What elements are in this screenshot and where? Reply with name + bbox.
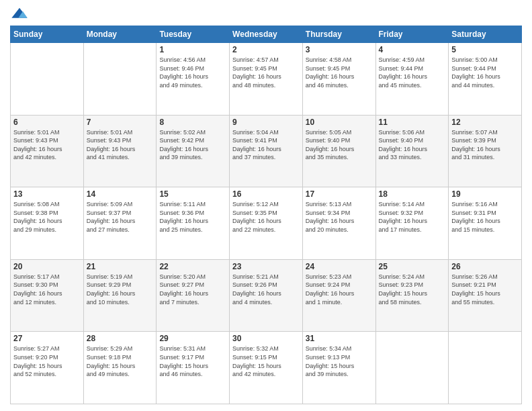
day-info: Sunrise: 5:02 AM Sunset: 9:42 PM Dayligh…: [159, 128, 226, 162]
day-info: Sunrise: 5:06 AM Sunset: 9:40 PM Dayligh…: [379, 128, 446, 162]
day-info: Sunrise: 5:17 AM Sunset: 9:30 PM Dayligh…: [13, 273, 81, 306]
calendar-week-3: 13Sunrise: 5:08 AM Sunset: 9:38 PM Dayli…: [11, 187, 522, 260]
calendar-cell: 11Sunrise: 5:06 AM Sunset: 9:40 PM Dayli…: [375, 115, 449, 187]
calendar-page: SundayMondayTuesdayWednesdayThursdayFrid…: [0, 0, 532, 411]
day-info: Sunrise: 5:32 AM Sunset: 9:15 PM Dayligh…: [232, 345, 300, 378]
day-number: 23: [232, 262, 300, 271]
logo-icon: [10, 7, 29, 20]
day-info: Sunrise: 5:12 AM Sunset: 9:35 PM Dayligh…: [232, 200, 300, 234]
calendar-cell: 3Sunrise: 4:58 AM Sunset: 9:45 PM Daylig…: [302, 43, 375, 116]
day-info: Sunrise: 5:09 AM Sunset: 9:37 PM Dayligh…: [87, 200, 154, 234]
day-info: Sunrise: 5:07 AM Sunset: 9:39 PM Dayligh…: [451, 128, 519, 162]
day-info: Sunrise: 4:58 AM Sunset: 9:45 PM Dayligh…: [306, 56, 373, 89]
day-number: 8: [159, 118, 226, 127]
weekday-header-thursday: Thursday: [302, 26, 375, 43]
day-info: Sunrise: 4:56 AM Sunset: 9:46 PM Dayligh…: [159, 56, 226, 89]
header: [10, 7, 522, 20]
day-info: Sunrise: 4:57 AM Sunset: 9:45 PM Dayligh…: [232, 56, 300, 89]
day-number: 27: [13, 334, 81, 343]
day-number: 22: [159, 262, 226, 271]
calendar-cell: 28Sunrise: 5:29 AM Sunset: 9:18 PM Dayli…: [83, 332, 157, 404]
day-info: Sunrise: 5:13 AM Sunset: 9:34 PM Dayligh…: [306, 200, 373, 234]
day-info: Sunrise: 5:20 AM Sunset: 9:27 PM Dayligh…: [159, 273, 226, 306]
weekday-header-row: SundayMondayTuesdayWednesdayThursdayFrid…: [11, 26, 522, 43]
day-number: 2: [232, 45, 300, 54]
day-number: 17: [306, 189, 373, 199]
calendar-week-5: 27Sunrise: 5:27 AM Sunset: 9:20 PM Dayli…: [11, 332, 522, 404]
calendar-cell: 21Sunrise: 5:19 AM Sunset: 9:29 PM Dayli…: [83, 259, 157, 332]
day-number: 1: [159, 45, 226, 54]
calendar-cell: 31Sunrise: 5:34 AM Sunset: 9:13 PM Dayli…: [302, 332, 375, 404]
day-info: Sunrise: 5:00 AM Sunset: 9:44 PM Dayligh…: [451, 56, 519, 89]
day-number: 4: [379, 45, 446, 54]
weekday-header-sunday: Sunday: [11, 26, 84, 43]
day-info: Sunrise: 4:59 AM Sunset: 9:44 PM Dayligh…: [379, 56, 446, 89]
calendar-cell: 29Sunrise: 5:31 AM Sunset: 9:17 PM Dayli…: [157, 332, 230, 404]
calendar-cell: 26Sunrise: 5:26 AM Sunset: 9:21 PM Dayli…: [449, 259, 522, 332]
calendar-cell: [375, 332, 449, 404]
calendar-cell: 19Sunrise: 5:16 AM Sunset: 9:31 PM Dayli…: [449, 187, 522, 260]
day-info: Sunrise: 5:26 AM Sunset: 9:21 PM Dayligh…: [451, 273, 519, 306]
day-number: 29: [159, 334, 226, 343]
weekday-header-friday: Friday: [375, 26, 449, 43]
calendar-cell: 8Sunrise: 5:02 AM Sunset: 9:42 PM Daylig…: [157, 115, 230, 187]
calendar-cell: 17Sunrise: 5:13 AM Sunset: 9:34 PM Dayli…: [302, 187, 375, 260]
weekday-header-monday: Monday: [83, 26, 157, 43]
day-info: Sunrise: 5:19 AM Sunset: 9:29 PM Dayligh…: [87, 273, 154, 306]
calendar-cell: 24Sunrise: 5:23 AM Sunset: 9:24 PM Dayli…: [302, 259, 375, 332]
day-number: 25: [379, 262, 446, 271]
day-info: Sunrise: 5:08 AM Sunset: 9:38 PM Dayligh…: [13, 200, 81, 234]
calendar-cell: 6Sunrise: 5:01 AM Sunset: 9:43 PM Daylig…: [11, 115, 84, 187]
day-info: Sunrise: 5:24 AM Sunset: 9:23 PM Dayligh…: [379, 273, 446, 306]
weekday-header-wednesday: Wednesday: [230, 26, 303, 43]
day-info: Sunrise: 5:29 AM Sunset: 9:18 PM Dayligh…: [87, 345, 154, 378]
calendar-cell: 30Sunrise: 5:32 AM Sunset: 9:15 PM Dayli…: [230, 332, 303, 404]
day-number: 14: [87, 189, 154, 199]
day-info: Sunrise: 5:21 AM Sunset: 9:26 PM Dayligh…: [232, 273, 300, 306]
calendar-cell: [83, 43, 157, 116]
day-number: 16: [232, 189, 300, 199]
calendar-cell: 14Sunrise: 5:09 AM Sunset: 9:37 PM Dayli…: [83, 187, 157, 260]
calendar-cell: 27Sunrise: 5:27 AM Sunset: 9:20 PM Dayli…: [11, 332, 84, 404]
calendar-cell: 16Sunrise: 5:12 AM Sunset: 9:35 PM Dayli…: [230, 187, 303, 260]
day-number: 19: [451, 189, 519, 199]
day-number: 12: [451, 118, 519, 127]
weekday-header-saturday: Saturday: [449, 26, 522, 43]
day-number: 15: [159, 189, 226, 199]
calendar-week-4: 20Sunrise: 5:17 AM Sunset: 9:30 PM Dayli…: [11, 259, 522, 332]
day-info: Sunrise: 5:11 AM Sunset: 9:36 PM Dayligh…: [159, 200, 226, 234]
day-number: 9: [232, 118, 300, 127]
calendar-cell: 23Sunrise: 5:21 AM Sunset: 9:26 PM Dayli…: [230, 259, 303, 332]
day-number: 6: [13, 118, 81, 127]
calendar-cell: 13Sunrise: 5:08 AM Sunset: 9:38 PM Dayli…: [11, 187, 84, 260]
calendar-cell: 2Sunrise: 4:57 AM Sunset: 9:45 PM Daylig…: [230, 43, 303, 116]
day-number: 10: [306, 118, 373, 127]
day-number: 30: [232, 334, 300, 343]
day-number: 18: [379, 189, 446, 199]
day-info: Sunrise: 5:31 AM Sunset: 9:17 PM Dayligh…: [159, 345, 226, 378]
calendar-cell: 20Sunrise: 5:17 AM Sunset: 9:30 PM Dayli…: [11, 259, 84, 332]
day-info: Sunrise: 5:01 AM Sunset: 9:43 PM Dayligh…: [87, 128, 154, 162]
day-info: Sunrise: 5:16 AM Sunset: 9:31 PM Dayligh…: [451, 200, 519, 234]
calendar-cell: 1Sunrise: 4:56 AM Sunset: 9:46 PM Daylig…: [157, 43, 230, 116]
calendar-cell: 4Sunrise: 4:59 AM Sunset: 9:44 PM Daylig…: [375, 43, 449, 116]
calendar-cell: 5Sunrise: 5:00 AM Sunset: 9:44 PM Daylig…: [449, 43, 522, 116]
calendar-cell: 22Sunrise: 5:20 AM Sunset: 9:27 PM Dayli…: [157, 259, 230, 332]
calendar-week-1: 1Sunrise: 4:56 AM Sunset: 9:46 PM Daylig…: [11, 43, 522, 116]
day-number: 13: [13, 189, 81, 199]
calendar-table: SundayMondayTuesdayWednesdayThursdayFrid…: [10, 26, 522, 404]
day-number: 3: [306, 45, 373, 54]
calendar-cell: 12Sunrise: 5:07 AM Sunset: 9:39 PM Dayli…: [449, 115, 522, 187]
day-number: 31: [306, 334, 373, 343]
day-info: Sunrise: 5:27 AM Sunset: 9:20 PM Dayligh…: [13, 345, 81, 378]
calendar-cell: 9Sunrise: 5:04 AM Sunset: 9:41 PM Daylig…: [230, 115, 303, 187]
day-number: 7: [87, 118, 154, 127]
calendar-cell: [11, 43, 84, 116]
calendar-cell: 18Sunrise: 5:14 AM Sunset: 9:32 PM Dayli…: [375, 187, 449, 260]
day-number: 28: [87, 334, 154, 343]
logo: [10, 7, 32, 20]
weekday-header-tuesday: Tuesday: [157, 26, 230, 43]
calendar-cell: 7Sunrise: 5:01 AM Sunset: 9:43 PM Daylig…: [83, 115, 157, 187]
day-info: Sunrise: 5:01 AM Sunset: 9:43 PM Dayligh…: [13, 128, 81, 162]
day-info: Sunrise: 5:23 AM Sunset: 9:24 PM Dayligh…: [306, 273, 373, 306]
